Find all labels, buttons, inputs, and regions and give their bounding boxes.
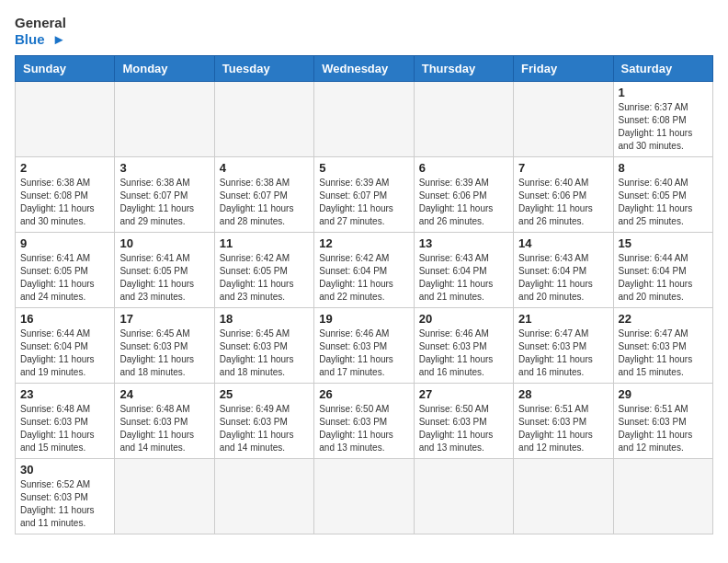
- day-number: 26: [319, 387, 408, 401]
- week-row-6: 30Sunrise: 6:52 AMSunset: 6:03 PMDayligh…: [16, 459, 713, 534]
- calendar-cell: 27Sunrise: 6:50 AMSunset: 6:03 PMDayligh…: [414, 384, 513, 459]
- weekday-header-saturday: Saturday: [613, 56, 712, 82]
- week-row-4: 16Sunrise: 6:44 AMSunset: 6:04 PMDayligh…: [16, 308, 713, 384]
- day-info: Sunrise: 6:38 AMSunset: 6:08 PMDaylight:…: [20, 177, 109, 228]
- calendar-cell: 26Sunrise: 6:50 AMSunset: 6:03 PMDayligh…: [314, 384, 414, 459]
- calendar-cell: 29Sunrise: 6:51 AMSunset: 6:03 PMDayligh…: [613, 384, 712, 459]
- day-info: Sunrise: 6:48 AMSunset: 6:03 PMDaylight:…: [20, 403, 109, 454]
- calendar-cell: 1Sunrise: 6:37 AMSunset: 6:08 PMDaylight…: [613, 82, 712, 157]
- day-info: Sunrise: 6:40 AMSunset: 6:05 PMDaylight:…: [619, 177, 708, 228]
- day-number: 11: [220, 236, 309, 250]
- day-number: 6: [419, 161, 508, 175]
- calendar-cell: [314, 459, 414, 534]
- day-number: 30: [20, 463, 109, 477]
- day-info: Sunrise: 6:48 AMSunset: 6:03 PMDaylight:…: [119, 403, 209, 454]
- day-info: Sunrise: 6:43 AMSunset: 6:04 PMDaylight:…: [419, 252, 508, 304]
- day-number: 13: [419, 236, 508, 250]
- logo: General Blue ►: [15, 15, 66, 48]
- week-row-2: 2Sunrise: 6:38 AMSunset: 6:08 PMDaylight…: [16, 157, 713, 233]
- day-number: 12: [319, 236, 408, 250]
- day-number: 20: [419, 312, 508, 326]
- calendar-cell: 28Sunrise: 6:51 AMSunset: 6:03 PMDayligh…: [514, 384, 613, 459]
- day-info: Sunrise: 6:38 AMSunset: 6:07 PMDaylight:…: [220, 177, 309, 228]
- day-info: Sunrise: 6:43 AMSunset: 6:04 PMDaylight:…: [518, 252, 608, 304]
- day-number: 7: [518, 161, 608, 175]
- day-number: 18: [220, 312, 309, 326]
- day-info: Sunrise: 6:51 AMSunset: 6:03 PMDaylight:…: [518, 403, 608, 454]
- calendar-cell: 17Sunrise: 6:45 AMSunset: 6:03 PMDayligh…: [115, 308, 214, 384]
- header: General Blue ►: [15, 15, 713, 48]
- calendar-cell: 16Sunrise: 6:44 AMSunset: 6:04 PMDayligh…: [16, 308, 115, 384]
- calendar-cell: 23Sunrise: 6:48 AMSunset: 6:03 PMDayligh…: [16, 384, 115, 459]
- calendar-cell: 12Sunrise: 6:42 AMSunset: 6:04 PMDayligh…: [314, 233, 414, 308]
- calendar-cell: [214, 82, 313, 157]
- day-info: Sunrise: 6:42 AMSunset: 6:04 PMDaylight:…: [319, 252, 408, 304]
- weekday-header-row: SundayMondayTuesdayWednesdayThursdayFrid…: [16, 56, 713, 82]
- calendar-cell: [514, 82, 613, 157]
- day-number: 25: [220, 387, 309, 401]
- week-row-1: 1Sunrise: 6:37 AMSunset: 6:08 PMDaylight…: [16, 82, 713, 157]
- day-number: 29: [619, 387, 708, 401]
- logo-text: General Blue ►: [15, 15, 66, 48]
- day-info: Sunrise: 6:47 AMSunset: 6:03 PMDaylight:…: [518, 327, 608, 379]
- calendar: SundayMondayTuesdayWednesdayThursdayFrid…: [15, 55, 713, 534]
- day-number: 9: [20, 236, 109, 250]
- day-number: 4: [220, 161, 309, 175]
- day-info: Sunrise: 6:39 AMSunset: 6:06 PMDaylight:…: [419, 177, 508, 228]
- day-number: 2: [20, 161, 109, 175]
- calendar-cell: 6Sunrise: 6:39 AMSunset: 6:06 PMDaylight…: [414, 157, 513, 233]
- weekday-header-friday: Friday: [514, 56, 613, 82]
- day-info: Sunrise: 6:47 AMSunset: 6:03 PMDaylight:…: [619, 327, 708, 379]
- day-number: 5: [319, 161, 408, 175]
- calendar-cell: 15Sunrise: 6:44 AMSunset: 6:04 PMDayligh…: [613, 233, 712, 308]
- weekday-header-monday: Monday: [115, 56, 214, 82]
- day-info: Sunrise: 6:37 AMSunset: 6:08 PMDaylight:…: [619, 101, 708, 153]
- day-number: 19: [319, 312, 408, 326]
- day-number: 24: [119, 387, 209, 401]
- calendar-cell: [414, 82, 513, 157]
- calendar-cell: [314, 82, 414, 157]
- day-info: Sunrise: 6:50 AMSunset: 6:03 PMDaylight:…: [419, 403, 508, 454]
- calendar-cell: [214, 459, 313, 534]
- day-number: 8: [619, 161, 708, 175]
- calendar-cell: 18Sunrise: 6:45 AMSunset: 6:03 PMDayligh…: [214, 308, 313, 384]
- calendar-cell: 4Sunrise: 6:38 AMSunset: 6:07 PMDaylight…: [214, 157, 313, 233]
- day-info: Sunrise: 6:52 AMSunset: 6:03 PMDaylight:…: [20, 478, 109, 530]
- calendar-cell: 25Sunrise: 6:49 AMSunset: 6:03 PMDayligh…: [214, 384, 313, 459]
- day-number: 3: [119, 161, 209, 175]
- calendar-cell: [414, 459, 513, 534]
- day-number: 21: [518, 312, 608, 326]
- calendar-cell: 24Sunrise: 6:48 AMSunset: 6:03 PMDayligh…: [115, 384, 214, 459]
- weekday-header-tuesday: Tuesday: [214, 56, 313, 82]
- day-info: Sunrise: 6:44 AMSunset: 6:04 PMDaylight:…: [619, 252, 708, 304]
- calendar-cell: 3Sunrise: 6:38 AMSunset: 6:07 PMDaylight…: [115, 157, 214, 233]
- day-info: Sunrise: 6:49 AMSunset: 6:03 PMDaylight:…: [220, 403, 309, 454]
- day-info: Sunrise: 6:50 AMSunset: 6:03 PMDaylight:…: [319, 403, 408, 454]
- calendar-cell: 11Sunrise: 6:42 AMSunset: 6:05 PMDayligh…: [214, 233, 313, 308]
- calendar-cell: 5Sunrise: 6:39 AMSunset: 6:07 PMDaylight…: [314, 157, 414, 233]
- calendar-cell: 21Sunrise: 6:47 AMSunset: 6:03 PMDayligh…: [514, 308, 613, 384]
- calendar-cell: 2Sunrise: 6:38 AMSunset: 6:08 PMDaylight…: [16, 157, 115, 233]
- calendar-cell: 10Sunrise: 6:41 AMSunset: 6:05 PMDayligh…: [115, 233, 214, 308]
- calendar-cell: 19Sunrise: 6:46 AMSunset: 6:03 PMDayligh…: [314, 308, 414, 384]
- day-info: Sunrise: 6:41 AMSunset: 6:05 PMDaylight:…: [119, 252, 209, 304]
- day-info: Sunrise: 6:46 AMSunset: 6:03 PMDaylight:…: [319, 327, 408, 379]
- day-number: 16: [20, 312, 109, 326]
- calendar-cell: 7Sunrise: 6:40 AMSunset: 6:06 PMDaylight…: [514, 157, 613, 233]
- day-info: Sunrise: 6:40 AMSunset: 6:06 PMDaylight:…: [518, 177, 608, 228]
- calendar-cell: 8Sunrise: 6:40 AMSunset: 6:05 PMDaylight…: [613, 157, 712, 233]
- day-number: 27: [419, 387, 508, 401]
- day-info: Sunrise: 6:38 AMSunset: 6:07 PMDaylight:…: [119, 177, 209, 228]
- calendar-cell: 14Sunrise: 6:43 AMSunset: 6:04 PMDayligh…: [514, 233, 613, 308]
- day-number: 15: [619, 236, 708, 250]
- calendar-cell: 22Sunrise: 6:47 AMSunset: 6:03 PMDayligh…: [613, 308, 712, 384]
- day-number: 17: [119, 312, 209, 326]
- day-info: Sunrise: 6:46 AMSunset: 6:03 PMDaylight:…: [419, 327, 508, 379]
- calendar-cell: [115, 459, 214, 534]
- day-number: 28: [518, 387, 608, 401]
- weekday-header-sunday: Sunday: [16, 56, 115, 82]
- day-info: Sunrise: 6:44 AMSunset: 6:04 PMDaylight:…: [20, 327, 109, 379]
- day-info: Sunrise: 6:51 AMSunset: 6:03 PMDaylight:…: [619, 403, 708, 454]
- calendar-cell: [613, 459, 712, 534]
- day-info: Sunrise: 6:45 AMSunset: 6:03 PMDaylight:…: [220, 327, 309, 379]
